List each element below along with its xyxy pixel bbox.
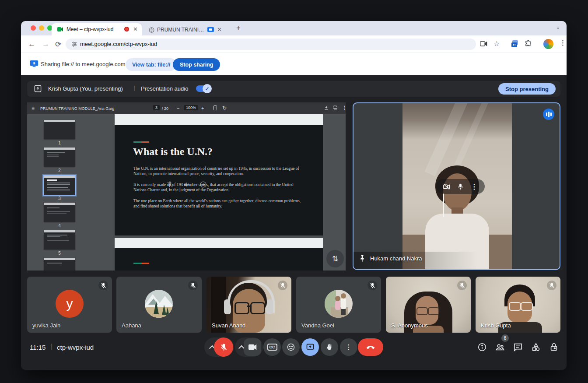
host-controls-lock-icon[interactable] (549, 342, 559, 352)
mic-off-icon (457, 281, 467, 290)
more-options-button[interactable]: ⋮ (340, 338, 357, 356)
stop-presenting-button[interactable]: Stop presenting (498, 83, 556, 95)
pdf-thumbnail-2[interactable] (44, 148, 75, 167)
participant-tile-suvan[interactable]: Suvan Anand (206, 277, 291, 333)
tile-more-icon[interactable]: ⋮ (471, 183, 478, 191)
meeting-details-icon[interactable] (477, 342, 487, 352)
audio-output-indicator-icon[interactable] (543, 109, 554, 120)
pdf-menu-icon[interactable]: ≡ (32, 105, 35, 111)
present-screen-button[interactable] (301, 338, 319, 356)
pdf-thumbnail-4[interactable] (44, 203, 75, 222)
slide-accent-line (133, 263, 149, 264)
tab-prumun-title: PRUMUN TRAINING MOD (157, 27, 206, 33)
pdf-thumbnail-6[interactable] (44, 258, 75, 271)
presentation-audio-label: Presentation audio (141, 85, 188, 92)
pdf-thumbnail-number: 5 (44, 251, 75, 256)
participant-name: yuvika Jain (32, 322, 60, 329)
pdf-title: PRUMUN TRAINING MODULE_Ana Garg (40, 106, 114, 111)
cc-label: CC (267, 344, 277, 351)
pdf-zoom-in-icon[interactable]: + (201, 105, 204, 111)
camera-in-use-icon[interactable] (480, 41, 487, 47)
pdf-page-input[interactable]: 3 (153, 105, 160, 110)
scroll-pages-button[interactable]: ⇅ (326, 250, 344, 267)
slide-header-band (115, 238, 323, 248)
tab-meet[interactable]: Meet – ctp-wvpx-iud ✕ (52, 23, 142, 35)
pdf-download-icon[interactable] (324, 105, 329, 111)
presentation-audio-toggle[interactable]: ✓ (196, 85, 210, 92)
camera-off-icon[interactable] (443, 183, 450, 190)
browser-menu-icon[interactable]: ⋮ (560, 39, 566, 47)
pdf-zoom-out-icon[interactable]: − (177, 105, 179, 111)
tab-meet-close-icon[interactable]: ✕ (133, 26, 138, 32)
browser-toolbar: ← → ⟳ meet.google.com/ctp-wvpx-iud ☆ ⋮ (21, 35, 567, 53)
reload-button[interactable]: ⟳ (55, 40, 61, 49)
participant-tile-yuvika[interactable]: y yuvika Jain (27, 277, 112, 333)
participant-tile-aahana[interactable]: Aahana (116, 277, 202, 333)
participant-name: Vandna Goel (301, 322, 334, 329)
end-call-button[interactable] (358, 338, 383, 356)
pdf-more-icon[interactable]: ⋮ (342, 105, 347, 111)
glasses (509, 302, 521, 311)
site-settings-icon[interactable] (71, 41, 77, 47)
stop-sharing-button[interactable]: Stop sharing (173, 58, 220, 71)
pdf-page-4 (115, 238, 323, 271)
mic-off-button[interactable] (214, 337, 233, 357)
main-tile-name: Hukam chand Nakra (370, 255, 422, 262)
mic-off-icon (368, 281, 377, 290)
tab-prumun[interactable]: PRUMUN TRAINING MOD ✕ (145, 23, 228, 35)
people-icon[interactable] (495, 342, 505, 352)
participant-tile-vandna[interactable]: Vandna Goel (296, 277, 381, 333)
pdf-thumbnail-5[interactable] (44, 230, 75, 249)
sharing-banner-text: Sharing file:// to meet.google.com (41, 61, 126, 67)
pdf-thumbnail-1[interactable] (44, 120, 75, 139)
pdf-rotate-icon[interactable]: ↻ (222, 105, 227, 111)
camera-button[interactable] (244, 338, 261, 356)
ghost-speaker-icon (183, 181, 190, 188)
main-video-tile-hukam[interactable]: ⋮ Hukam chand Nakra (353, 102, 560, 270)
meeting-code: ctp-wvpx-iud (57, 344, 94, 351)
mic-icon[interactable] (457, 183, 464, 190)
participant-tile-krish[interactable]: Krish Gupta (476, 277, 560, 333)
back-button[interactable]: ← (28, 40, 35, 49)
address-bar[interactable]: meet.google.com/ctp-wvpx-iud (66, 39, 476, 50)
chat-icon[interactable] (513, 342, 523, 352)
minimize-window-button[interactable] (39, 25, 44, 31)
raise-hand-button[interactable] (321, 338, 338, 356)
participant-tile-anonymous[interactable]: S. Anonymous (386, 277, 471, 333)
participant-name: Suvan Anand (212, 322, 245, 329)
pdf-thumbnail-number: 1 (44, 141, 75, 145)
present-icon (34, 85, 42, 92)
pdf-page-count: / 20 (162, 106, 168, 111)
reactions-button[interactable] (282, 338, 300, 356)
view-tab-button[interactable]: View tab: file:// (126, 58, 177, 71)
mic-off-icon (547, 281, 556, 290)
close-window-button[interactable] (31, 25, 36, 31)
captions-button[interactable]: CC (263, 338, 281, 356)
ghost-more-icon (200, 181, 207, 188)
meeting-time: 11:15 (30, 344, 46, 351)
pdf-thumbnail-number: 3 (44, 196, 75, 201)
password-manager-icon[interactable] (511, 39, 519, 48)
forward-button[interactable]: → (42, 40, 49, 49)
extensions-puzzle-icon[interactable] (525, 40, 532, 48)
pdf-zoom-level[interactable]: 100% (184, 105, 198, 110)
avatar-initial: y (66, 296, 73, 311)
pdf-fit-page-icon[interactable] (213, 105, 218, 111)
bookmark-star-icon[interactable]: ☆ (494, 39, 500, 48)
new-tab-button[interactable]: + (236, 24, 240, 32)
presenting-bar: Krish Gupta (You, presenting) | Presenta… (27, 81, 560, 97)
tab-search-chevron-icon[interactable]: ⌄ (556, 24, 560, 30)
tab-strip: Meet – ctp-wvpx-iud ✕ PRUMUN TRAINING MO… (21, 21, 567, 35)
profile-avatar[interactable] (543, 39, 553, 49)
pdf-thumbnail-3-selected[interactable] (43, 175, 76, 196)
mic-off-icon (278, 281, 287, 290)
participant-name: Krish Gupta (481, 322, 511, 329)
pin-icon[interactable] (359, 254, 366, 262)
presenter-name: Krish Gupta (You, presenting) (48, 85, 123, 92)
activities-icon[interactable] (531, 342, 541, 352)
sharing-banner: Sharing file:// to meet.google.com View … (21, 53, 567, 76)
slide-paragraph: The U.N. is an international organizatio… (133, 166, 301, 176)
tab-prumun-close-icon[interactable]: ✕ (217, 27, 222, 32)
pdf-print-icon[interactable] (332, 105, 338, 111)
divider: | (134, 84, 135, 91)
